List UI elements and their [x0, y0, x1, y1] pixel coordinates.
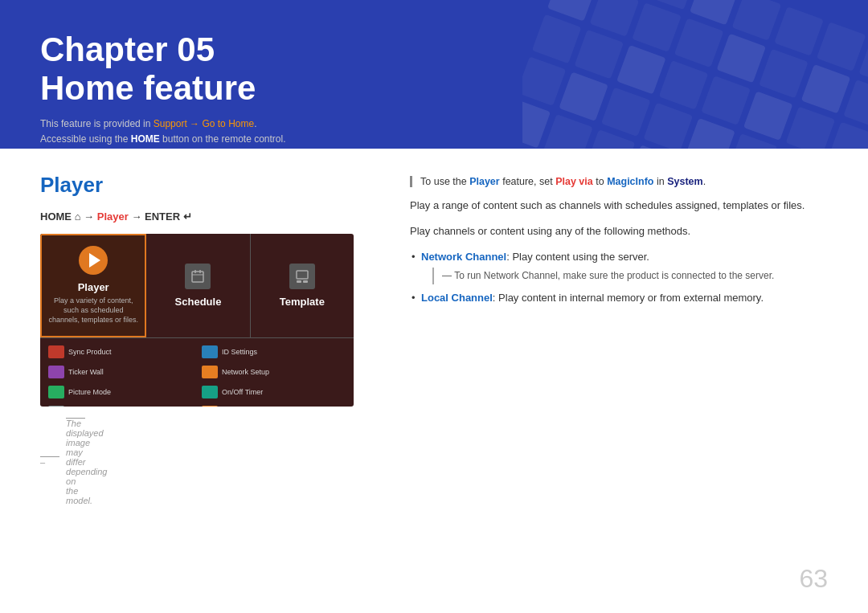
bottom-item-ticker[interactable]: Ticker Wall — [43, 363, 194, 381]
nav-player: Player — [97, 210, 129, 223]
support-link[interactable]: Support → Go to Home — [154, 118, 254, 129]
disclaimer-dash: – — [40, 456, 59, 467]
sync-label: Sync Product — [68, 348, 112, 356]
bottom-item-picture[interactable]: Picture Mode — [43, 383, 194, 401]
intro-player: Player — [469, 176, 500, 187]
player-bottom-row: Sync Product ID Settings Ticker Wall Net… — [40, 338, 354, 407]
player-desc: Play a variety of content, such as sched… — [42, 296, 145, 325]
play-triangle — [89, 253, 100, 268]
nav-enter: ENTER — [145, 210, 180, 223]
more-icon — [48, 406, 64, 407]
id-label: ID Settings — [222, 348, 257, 356]
picture-label: Picture Mode — [68, 388, 111, 396]
ticker-label: Ticker Wall — [68, 368, 104, 376]
player-item-template[interactable]: Template — [251, 234, 354, 337]
svg-rect-4 — [297, 271, 308, 279]
nav-arrow2: → — [131, 210, 145, 223]
play-icon — [79, 246, 108, 275]
bottom-item-more[interactable]: More — [43, 403, 194, 407]
header-subtitle: This feature is provided in Support → Go… — [40, 116, 828, 147]
bottom-item-more-settings[interactable]: More Settings — [197, 403, 348, 407]
timer-label: On/Off Timer — [222, 388, 263, 396]
chapter-title: Chapter 05 Home feature — [40, 31, 828, 108]
picture-icon — [48, 386, 64, 398]
sync-icon — [48, 345, 64, 358]
bullet-local-channel: Local Channel: Play content in internal … — [410, 289, 828, 307]
local-channel-label: Local Channel — [421, 292, 493, 304]
bullet-list: Network Channel: Play content using the … — [410, 248, 828, 307]
info-intro: To use the Player feature, set Play via … — [410, 176, 828, 187]
page-header: Chapter 05 Home feature This feature is … — [0, 0, 868, 149]
network-channel-subnote: To run Network Channel, make sure the pr… — [432, 268, 828, 284]
bottom-item-sync[interactable]: Sync Product — [43, 343, 194, 361]
left-column: Player HOME ⌂ → Player → ENTER ↵ Player … — [40, 173, 378, 505]
body-text-2: Play channels or content using any of th… — [410, 223, 828, 240]
intro-system: System — [667, 176, 702, 187]
schedule-icon — [185, 264, 211, 289]
body-text-1: Play a range of content such as channels… — [410, 197, 828, 215]
id-icon — [202, 345, 218, 358]
network-icon — [202, 366, 218, 378]
player-item-player[interactable]: Player Play a variety of content, such a… — [40, 234, 146, 337]
player-mockup: Player Play a variety of content, such a… — [40, 234, 354, 407]
nav-arrow1: → — [84, 210, 97, 223]
network-channel-label: Network Channel — [421, 251, 506, 263]
intro-magicinfo: MagicInfo — [607, 176, 653, 187]
svg-rect-0 — [192, 272, 203, 282]
more-settings-icon — [202, 406, 218, 407]
template-icon — [289, 264, 315, 289]
intro-playvia: Play via — [555, 176, 593, 187]
player-item-schedule[interactable]: Schedule — [146, 234, 250, 337]
section-title: Player — [40, 173, 378, 198]
player-label: Player — [78, 281, 109, 293]
ticker-icon — [48, 366, 64, 378]
nav-path: HOME ⌂ → Player → ENTER ↵ — [40, 210, 378, 223]
right-column: To use the Player feature, set Play via … — [410, 173, 828, 505]
page-number: 63 — [799, 564, 828, 594]
bottom-item-network[interactable]: Network Setup — [197, 363, 348, 381]
timer-icon — [202, 386, 218, 398]
schedule-label: Schedule — [175, 296, 222, 308]
main-content: Player HOME ⌂ → Player → ENTER ↵ Player … — [0, 149, 868, 529]
bullet-network-channel: Network Channel: Play content using the … — [410, 248, 828, 284]
disclaimer: – The displayed image may differ dependi… — [40, 418, 378, 505]
bottom-item-id[interactable]: ID Settings — [197, 343, 348, 361]
network-label: Network Setup — [222, 368, 269, 376]
enter-icon: ↵ — [183, 210, 192, 223]
svg-rect-5 — [297, 280, 301, 283]
nav-home: HOME — [40, 210, 72, 223]
template-label: Template — [280, 296, 325, 308]
home-icon: ⌂ — [75, 210, 84, 223]
player-top-row: Player Play a variety of content, such a… — [40, 234, 354, 338]
svg-rect-6 — [303, 280, 308, 283]
bottom-item-timer[interactable]: On/Off Timer — [197, 383, 348, 401]
